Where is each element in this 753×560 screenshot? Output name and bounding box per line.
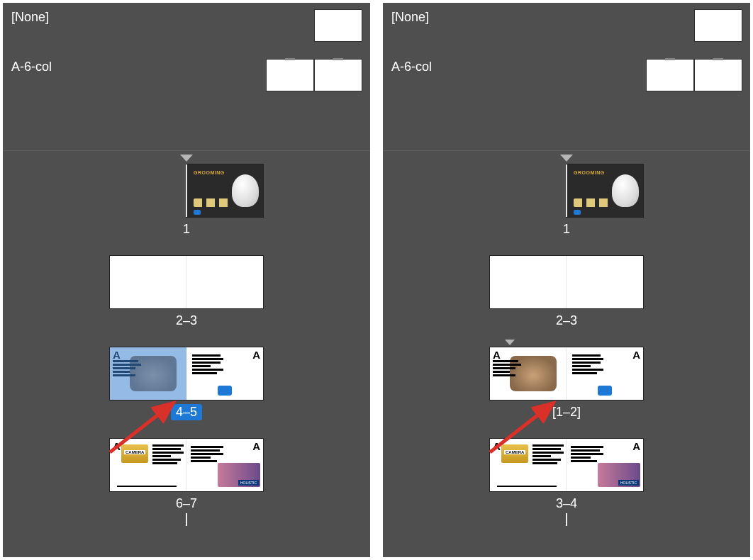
spread[interactable]: A CAMERA A HOLISTIC 6–7: [110, 439, 263, 512]
master-row-a6col[interactable]: A-6-col: [11, 60, 362, 101]
page-number: 1: [178, 221, 195, 237]
master-page[interactable]: [695, 60, 742, 91]
spread[interactable]: A CAMERA A HOLISTIC 3–4: [490, 439, 643, 512]
page-thumb[interactable]: GROOMING: [567, 164, 643, 217]
master-thumbs[interactable]: [695, 10, 742, 41]
page-thumb[interactable]: A: [567, 347, 643, 400]
page-thumb[interactable]: A: [186, 347, 263, 400]
masters-section: [None] A-6-col: [383, 3, 750, 150]
master-badge: A: [113, 349, 121, 361]
master-page[interactable]: [315, 60, 362, 91]
page-thumb[interactable]: A CAMERA: [490, 439, 567, 491]
master-page[interactable]: [315, 10, 362, 41]
section-marker-icon: [560, 155, 573, 162]
master-label: [None]: [391, 10, 429, 25]
page-number-section: [1–2]: [547, 404, 586, 420]
master-thumbs[interactable]: [315, 10, 362, 41]
spread[interactable]: A A [1–2]: [490, 347, 643, 420]
master-badge: A: [252, 349, 260, 361]
master-page[interactable]: [267, 60, 313, 91]
page-number: 2–3: [551, 313, 582, 329]
master-row-a6col[interactable]: A-6-col: [391, 60, 742, 101]
master-thumbs[interactable]: [647, 60, 742, 91]
master-row-none[interactable]: [None]: [11, 10, 362, 51]
master-label: [None]: [11, 10, 49, 25]
page-thumb[interactable]: A CAMERA: [110, 439, 186, 491]
pages-panel-left: [None] A-6-col GROOMING: [3, 3, 370, 557]
spread[interactable]: GROOMING 1: [110, 164, 263, 237]
section-marker-icon: [505, 340, 515, 345]
master-page[interactable]: [695, 10, 742, 41]
page-thumb[interactable]: [567, 256, 643, 308]
page-thumb[interactable]: [186, 256, 263, 308]
master-badge: A: [252, 440, 260, 452]
master-badge: A: [632, 440, 640, 452]
master-badge: A: [113, 440, 121, 452]
page-thumb[interactable]: A HOLISTIC: [567, 439, 643, 491]
master-row-none[interactable]: [None]: [391, 10, 742, 51]
page-thumb[interactable]: A HOLISTIC: [186, 439, 263, 491]
master-page[interactable]: [647, 60, 693, 91]
masters-section: [None] A-6-col: [3, 3, 370, 150]
master-badge: A: [632, 349, 640, 361]
page-number-selected: 4–5: [171, 404, 202, 420]
spread[interactable]: GROOMING 1: [490, 164, 643, 237]
page-number: 3–4: [551, 495, 582, 512]
spread[interactable]: 2–3: [110, 256, 263, 329]
page-number: 6–7: [171, 495, 202, 512]
pages-section: GROOMING 1 2–3 A: [3, 152, 370, 557]
section-marker-icon: [180, 155, 193, 162]
pages-panel-right: [None] A-6-col GROOMING: [383, 3, 750, 557]
master-thumbs[interactable]: [267, 60, 362, 91]
page-thumb[interactable]: [110, 256, 186, 308]
spread-selected[interactable]: A A 4–5: [110, 347, 263, 420]
page-thumb[interactable]: A: [490, 347, 567, 400]
page-thumb[interactable]: A: [110, 347, 186, 400]
page-number: 2–3: [171, 313, 202, 329]
master-label: A-6-col: [11, 60, 52, 74]
page-thumb[interactable]: [490, 256, 567, 308]
master-label: A-6-col: [391, 60, 432, 74]
spread[interactable]: 2–3: [490, 256, 643, 329]
master-badge: A: [493, 349, 501, 361]
page-number: 1: [558, 221, 575, 237]
master-badge: A: [493, 440, 501, 452]
page-thumb[interactable]: GROOMING: [186, 164, 263, 217]
pages-section: GROOMING 1 2–3 A: [383, 152, 750, 557]
